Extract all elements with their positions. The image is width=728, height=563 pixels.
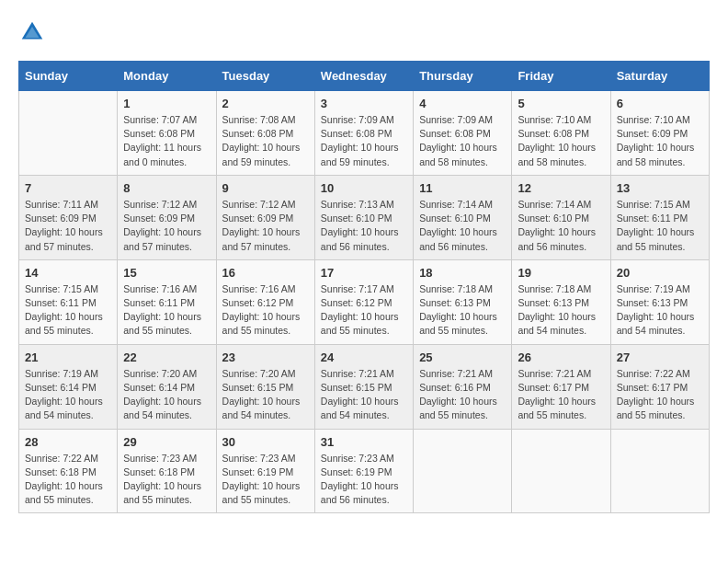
day-info: Sunrise: 7:18 AMSunset: 6:13 PMDaylight:… (419, 282, 506, 339)
calendar-cell: 7Sunrise: 7:11 AMSunset: 6:09 PMDaylight… (19, 175, 118, 259)
logo-icon (18, 18, 46, 46)
calendar-cell: 22Sunrise: 7:20 AMSunset: 6:14 PMDayligh… (118, 344, 216, 429)
calendar-header-row: SundayMondayTuesdayWednesdayThursdayFrid… (19, 62, 710, 91)
calendar-cell: 5Sunrise: 7:10 AMSunset: 6:08 PMDaylight… (512, 91, 610, 176)
header-monday: Monday (118, 62, 216, 91)
calendar-cell: 1Sunrise: 7:07 AMSunset: 6:08 PMDaylight… (118, 91, 216, 176)
calendar-table: SundayMondayTuesdayWednesdayThursdayFrid… (18, 61, 710, 513)
calendar-cell (610, 429, 709, 513)
day-info: Sunrise: 7:16 AMSunset: 6:12 PMDaylight:… (222, 282, 309, 339)
calendar-cell: 17Sunrise: 7:17 AMSunset: 6:12 PMDayligh… (314, 259, 413, 344)
day-number: 20 (617, 266, 703, 280)
day-info: Sunrise: 7:10 AMSunset: 6:09 PMDaylight:… (617, 113, 703, 169)
day-number: 4 (419, 97, 506, 110)
day-info: Sunrise: 7:12 AMSunset: 6:09 PMDaylight:… (123, 198, 210, 254)
calendar-cell: 26Sunrise: 7:21 AMSunset: 6:17 PMDayligh… (512, 344, 610, 429)
day-number: 16 (222, 266, 309, 280)
day-number: 7 (25, 181, 111, 195)
day-info: Sunrise: 7:20 AMSunset: 6:14 PMDaylight:… (123, 367, 210, 423)
day-info: Sunrise: 7:09 AMSunset: 6:08 PMDaylight:… (419, 113, 506, 169)
day-number: 8 (123, 181, 210, 195)
day-number: 22 (123, 350, 210, 364)
day-number: 13 (617, 181, 703, 195)
day-info: Sunrise: 7:17 AMSunset: 6:12 PMDaylight:… (321, 282, 407, 339)
calendar-cell: 15Sunrise: 7:16 AMSunset: 6:11 PMDayligh… (118, 259, 216, 344)
calendar-cell: 18Sunrise: 7:18 AMSunset: 6:13 PMDayligh… (414, 259, 512, 344)
day-number: 12 (518, 181, 604, 195)
day-number: 1 (123, 97, 210, 110)
calendar-cell: 16Sunrise: 7:16 AMSunset: 6:12 PMDayligh… (216, 259, 314, 344)
calendar-cell: 29Sunrise: 7:23 AMSunset: 6:18 PMDayligh… (118, 429, 216, 513)
calendar-cell (414, 429, 512, 513)
calendar-cell: 13Sunrise: 7:15 AMSunset: 6:11 PMDayligh… (610, 175, 709, 259)
day-number: 31 (321, 435, 407, 449)
calendar-cell: 12Sunrise: 7:14 AMSunset: 6:10 PMDayligh… (512, 175, 610, 259)
day-number: 17 (321, 266, 407, 280)
header-wednesday: Wednesday (314, 62, 413, 91)
day-number: 24 (321, 350, 407, 364)
header-sunday: Sunday (19, 62, 118, 91)
calendar-cell: 21Sunrise: 7:19 AMSunset: 6:14 PMDayligh… (19, 344, 118, 429)
day-number: 19 (518, 266, 604, 280)
calendar-cell: 27Sunrise: 7:22 AMSunset: 6:17 PMDayligh… (610, 344, 709, 429)
day-info: Sunrise: 7:23 AMSunset: 6:19 PMDaylight:… (222, 452, 309, 508)
day-info: Sunrise: 7:21 AMSunset: 6:15 PMDaylight:… (321, 367, 407, 423)
day-info: Sunrise: 7:15 AMSunset: 6:11 PMDaylight:… (25, 282, 111, 339)
calendar-cell: 19Sunrise: 7:18 AMSunset: 6:13 PMDayligh… (512, 259, 610, 344)
day-info: Sunrise: 7:14 AMSunset: 6:10 PMDaylight:… (518, 198, 604, 254)
page-header (18, 18, 710, 46)
day-number: 11 (419, 181, 506, 195)
calendar-cell: 24Sunrise: 7:21 AMSunset: 6:15 PMDayligh… (314, 344, 413, 429)
header-thursday: Thursday (414, 62, 512, 91)
day-info: Sunrise: 7:19 AMSunset: 6:14 PMDaylight:… (25, 367, 111, 423)
header-friday: Friday (512, 62, 610, 91)
calendar-cell: 20Sunrise: 7:19 AMSunset: 6:13 PMDayligh… (610, 259, 709, 344)
calendar-cell: 4Sunrise: 7:09 AMSunset: 6:08 PMDaylight… (414, 91, 512, 176)
day-number: 2 (222, 97, 309, 110)
calendar-cell: 28Sunrise: 7:22 AMSunset: 6:18 PMDayligh… (19, 429, 118, 513)
day-number: 15 (123, 266, 210, 280)
calendar-cell: 23Sunrise: 7:20 AMSunset: 6:15 PMDayligh… (216, 344, 314, 429)
day-info: Sunrise: 7:10 AMSunset: 6:08 PMDaylight:… (518, 113, 604, 169)
calendar-week-row: 1Sunrise: 7:07 AMSunset: 6:08 PMDaylight… (19, 91, 710, 176)
day-info: Sunrise: 7:18 AMSunset: 6:13 PMDaylight:… (518, 282, 604, 339)
day-info: Sunrise: 7:23 AMSunset: 6:18 PMDaylight:… (123, 452, 210, 508)
logo (18, 18, 50, 46)
day-number: 3 (321, 97, 407, 110)
calendar-cell (19, 91, 118, 176)
day-number: 30 (222, 435, 309, 449)
day-number: 6 (617, 97, 703, 110)
header-saturday: Saturday (610, 62, 709, 91)
day-info: Sunrise: 7:16 AMSunset: 6:11 PMDaylight:… (123, 282, 210, 339)
day-number: 23 (222, 350, 309, 364)
calendar-cell: 9Sunrise: 7:12 AMSunset: 6:09 PMDaylight… (216, 175, 314, 259)
day-info: Sunrise: 7:22 AMSunset: 6:18 PMDaylight:… (25, 452, 111, 508)
calendar-cell: 30Sunrise: 7:23 AMSunset: 6:19 PMDayligh… (216, 429, 314, 513)
day-info: Sunrise: 7:22 AMSunset: 6:17 PMDaylight:… (617, 367, 703, 423)
day-number: 10 (321, 181, 407, 195)
day-number: 21 (25, 350, 111, 364)
day-number: 5 (518, 97, 604, 110)
calendar-cell: 2Sunrise: 7:08 AMSunset: 6:08 PMDaylight… (216, 91, 314, 176)
day-info: Sunrise: 7:14 AMSunset: 6:10 PMDaylight:… (419, 198, 506, 254)
day-number: 25 (419, 350, 506, 364)
calendar-week-row: 28Sunrise: 7:22 AMSunset: 6:18 PMDayligh… (19, 429, 710, 513)
day-info: Sunrise: 7:11 AMSunset: 6:09 PMDaylight:… (25, 198, 111, 254)
day-info: Sunrise: 7:07 AMSunset: 6:08 PMDaylight:… (123, 113, 210, 169)
day-info: Sunrise: 7:23 AMSunset: 6:19 PMDaylight:… (321, 452, 407, 508)
day-info: Sunrise: 7:20 AMSunset: 6:15 PMDaylight:… (222, 367, 309, 423)
calendar-cell: 10Sunrise: 7:13 AMSunset: 6:10 PMDayligh… (314, 175, 413, 259)
day-number: 28 (25, 435, 111, 449)
calendar-cell: 31Sunrise: 7:23 AMSunset: 6:19 PMDayligh… (314, 429, 413, 513)
day-number: 9 (222, 181, 309, 195)
calendar-week-row: 14Sunrise: 7:15 AMSunset: 6:11 PMDayligh… (19, 259, 710, 344)
day-info: Sunrise: 7:09 AMSunset: 6:08 PMDaylight:… (321, 113, 407, 169)
calendar-cell: 11Sunrise: 7:14 AMSunset: 6:10 PMDayligh… (414, 175, 512, 259)
day-info: Sunrise: 7:08 AMSunset: 6:08 PMDaylight:… (222, 113, 309, 169)
day-number: 14 (25, 266, 111, 280)
day-info: Sunrise: 7:19 AMSunset: 6:13 PMDaylight:… (617, 282, 703, 339)
calendar-cell: 3Sunrise: 7:09 AMSunset: 6:08 PMDaylight… (314, 91, 413, 176)
calendar-cell: 6Sunrise: 7:10 AMSunset: 6:09 PMDaylight… (610, 91, 709, 176)
day-number: 18 (419, 266, 506, 280)
calendar-cell (512, 429, 610, 513)
